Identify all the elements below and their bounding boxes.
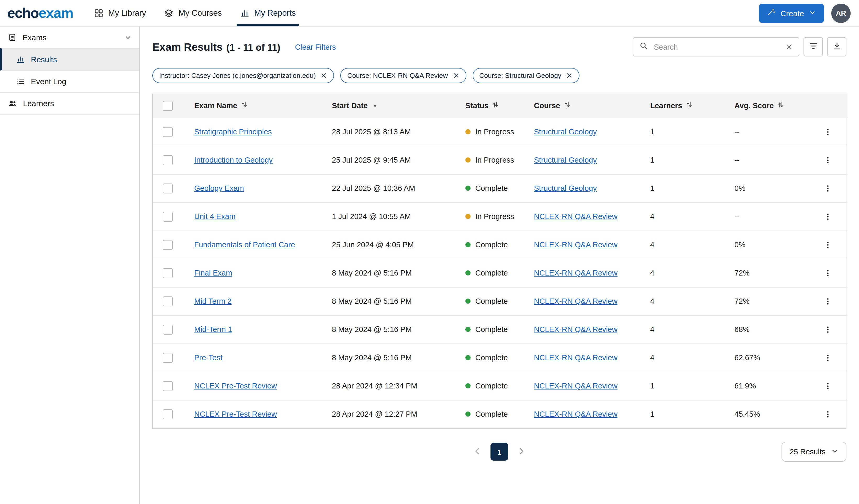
clear-filters-link[interactable]: Clear Filters [295, 43, 336, 51]
row-menu-button[interactable] [821, 351, 834, 364]
sidebar-item-exams[interactable]: Exams [0, 27, 139, 48]
row-checkbox[interactable] [163, 155, 172, 165]
status-dot [465, 129, 471, 135]
tab-my-library[interactable]: My Library [92, 0, 147, 26]
row-menu-button[interactable] [821, 323, 834, 336]
create-button[interactable]: Create [759, 3, 824, 23]
filter-chip-label: Course: NCLEX-RN Q&A Review [347, 72, 448, 79]
avg-score-cell: -- [722, 117, 808, 146]
sort-both-icon [241, 102, 247, 110]
row-checkbox[interactable] [163, 353, 172, 363]
exam-name-link[interactable]: Geology Exam [194, 184, 244, 192]
course-link[interactable]: NCLEX-RN Q&A Review [534, 269, 617, 277]
filter-button[interactable] [803, 37, 823, 57]
sidebar-item-label: Results [31, 55, 57, 64]
tab-my-courses[interactable]: My Courses [163, 0, 223, 26]
row-menu-button[interactable] [821, 266, 834, 280]
remove-filter-icon[interactable] [453, 72, 459, 79]
row-menu-button[interactable] [821, 238, 834, 251]
row-menu-button[interactable] [821, 210, 834, 223]
course-link[interactable]: Structural Geology [534, 156, 597, 164]
exam-name-link[interactable]: Mid Term 2 [194, 297, 232, 305]
row-menu-button[interactable] [821, 408, 834, 421]
exam-name-link[interactable]: Stratigraphic Principles [194, 128, 272, 136]
row-menu-button[interactable] [821, 379, 834, 392]
start-date-cell: 1 Jul 2024 @ 10:55 AM [320, 202, 453, 231]
start-date-cell: 8 May 2024 @ 5:16 PM [320, 259, 453, 287]
avg-score-cell: 62.67% [722, 344, 808, 372]
download-button[interactable] [827, 37, 846, 57]
course-link[interactable]: NCLEX-RN Q&A Review [534, 353, 617, 362]
exam-name-link[interactable]: Pre-Test [194, 353, 223, 362]
row-checkbox[interactable] [163, 211, 172, 221]
page-number-button[interactable]: 1 [491, 443, 508, 461]
exam-name-link[interactable]: Unit 4 Exam [194, 212, 236, 221]
filter-chip-course-nclex: Course: NCLEX-RN Q&A Review [341, 68, 466, 83]
wand-icon [767, 8, 776, 18]
sidebar-item-learners[interactable]: Learners [0, 93, 139, 114]
row-checkbox[interactable] [163, 240, 172, 250]
remove-filter-icon[interactable] [321, 72, 328, 79]
table-header-row: Exam Name Start Date Status [153, 94, 847, 117]
clear-search-icon[interactable] [785, 43, 793, 51]
course-link[interactable]: NCLEX-RN Q&A Review [534, 382, 617, 390]
course-link[interactable]: NCLEX-RN Q&A Review [534, 240, 617, 249]
status-dot [465, 355, 471, 360]
sort-both-icon [564, 102, 570, 110]
row-checkbox[interactable] [163, 183, 172, 193]
filter-chips: Instructor: Casey Jones (c.jones@organiz… [152, 68, 846, 83]
exams-icon [8, 33, 17, 42]
row-checkbox[interactable] [163, 296, 172, 306]
course-link[interactable]: Structural Geology [534, 128, 597, 136]
next-page-button[interactable] [512, 443, 530, 461]
row-checkbox[interactable] [163, 409, 172, 419]
column-header-status[interactable]: Status [453, 94, 522, 117]
row-menu-button[interactable] [821, 295, 834, 308]
sidebar-item-results[interactable]: Results [0, 48, 139, 70]
row-menu-button[interactable] [821, 182, 834, 195]
avg-score-cell: 61.9% [722, 372, 808, 400]
search-box [633, 37, 799, 57]
exam-name-link[interactable]: Introduction to Geology [194, 156, 273, 164]
brand-logo[interactable]: echoexam [7, 0, 73, 26]
page-title: Exam Results (1 - 11 of 11) [152, 41, 280, 53]
status-label: In Progress [475, 128, 514, 136]
course-link[interactable]: NCLEX-RN Q&A Review [534, 410, 617, 419]
column-header-course[interactable]: Course [522, 94, 638, 117]
course-link[interactable]: NCLEX-RN Q&A Review [534, 325, 617, 334]
status-cell: Complete [465, 410, 522, 419]
exam-name-link[interactable]: Final Exam [194, 269, 232, 277]
column-header-learners[interactable]: Learners [638, 94, 722, 117]
course-link[interactable]: NCLEX-RN Q&A Review [534, 297, 617, 305]
sidebar-item-event-log[interactable]: Event Log [0, 70, 139, 92]
exam-name-link[interactable]: Fundamentals of Patient Care [194, 240, 295, 249]
column-header-avg-score[interactable]: Avg. Score [722, 94, 808, 117]
page-size-select[interactable]: 25 Results [782, 442, 846, 462]
previous-page-button[interactable] [468, 443, 486, 461]
column-header-exam-name[interactable]: Exam Name [182, 94, 320, 117]
exam-name-link[interactable]: NCLEX Pre-Test Review [194, 382, 277, 390]
tab-label: My Reports [254, 9, 296, 18]
row-checkbox[interactable] [163, 268, 172, 278]
learners-cell: 4 [638, 202, 722, 231]
sidebar: Exams Results Event Log [0, 27, 140, 504]
remove-filter-icon[interactable] [566, 72, 573, 79]
row-checkbox[interactable] [163, 127, 172, 137]
course-link[interactable]: NCLEX-RN Q&A Review [534, 212, 617, 221]
exam-name-link[interactable]: Mid-Term 1 [194, 325, 232, 334]
row-checkbox[interactable] [163, 325, 172, 334]
chevron-down-icon [831, 447, 839, 456]
select-all-checkbox[interactable] [163, 101, 172, 111]
row-checkbox[interactable] [163, 381, 172, 391]
avatar[interactable]: AR [831, 3, 850, 23]
tab-my-reports[interactable]: My Reports [238, 0, 297, 26]
row-menu-button[interactable] [821, 125, 834, 138]
row-menu-button[interactable] [821, 154, 834, 167]
app-window: echoexam My Library My Courses My Report… [0, 0, 859, 504]
filter-chip-instructor: Instructor: Casey Jones (c.jones@organiz… [152, 68, 334, 83]
sidebar-item-label: Learners [23, 99, 54, 108]
exam-name-link[interactable]: NCLEX Pre-Test Review [194, 410, 277, 419]
search-input[interactable] [653, 42, 781, 51]
column-header-start-date[interactable]: Start Date [320, 94, 453, 117]
course-link[interactable]: Structural Geology [534, 184, 597, 192]
